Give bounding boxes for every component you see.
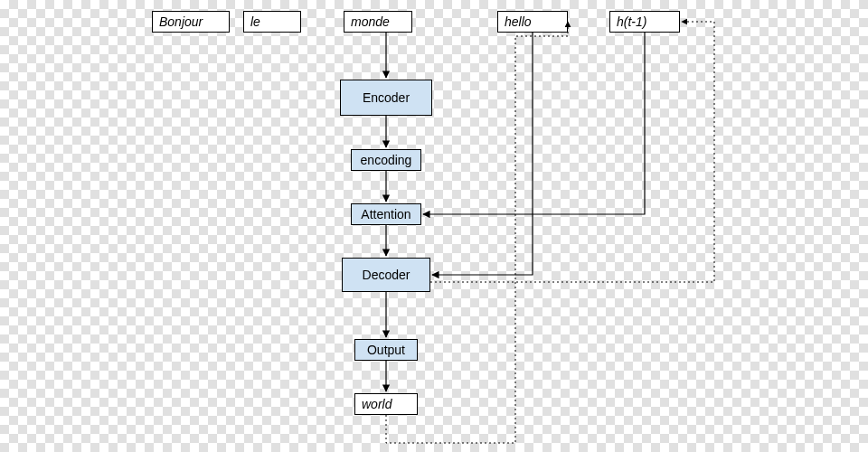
input-hello: hello	[497, 11, 568, 33]
output-world: world	[354, 393, 418, 415]
block-encoding: encoding	[351, 149, 421, 171]
input-monde: monde	[344, 11, 412, 33]
block-output: Output	[354, 339, 418, 361]
input-le: le	[243, 11, 301, 33]
diagram-canvas: Bonjour le monde hello h(t-1) Encoder en…	[0, 0, 868, 452]
block-attention: Attention	[351, 203, 421, 225]
block-encoder: Encoder	[340, 80, 432, 116]
diagram-edges	[0, 0, 868, 452]
block-decoder: Decoder	[342, 258, 430, 292]
input-bonjour: Bonjour	[152, 11, 230, 33]
input-ht1: h(t-1)	[609, 11, 680, 33]
